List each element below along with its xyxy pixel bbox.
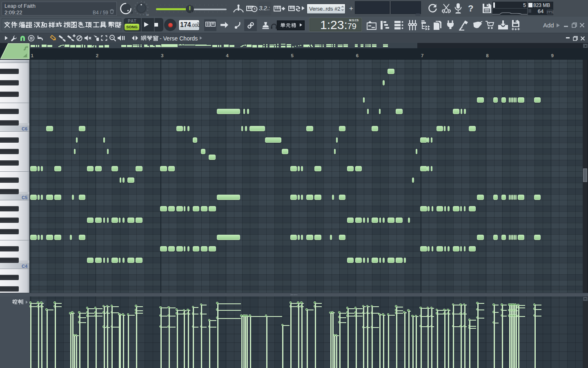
svg-text:ш: ш (146, 13, 149, 16)
